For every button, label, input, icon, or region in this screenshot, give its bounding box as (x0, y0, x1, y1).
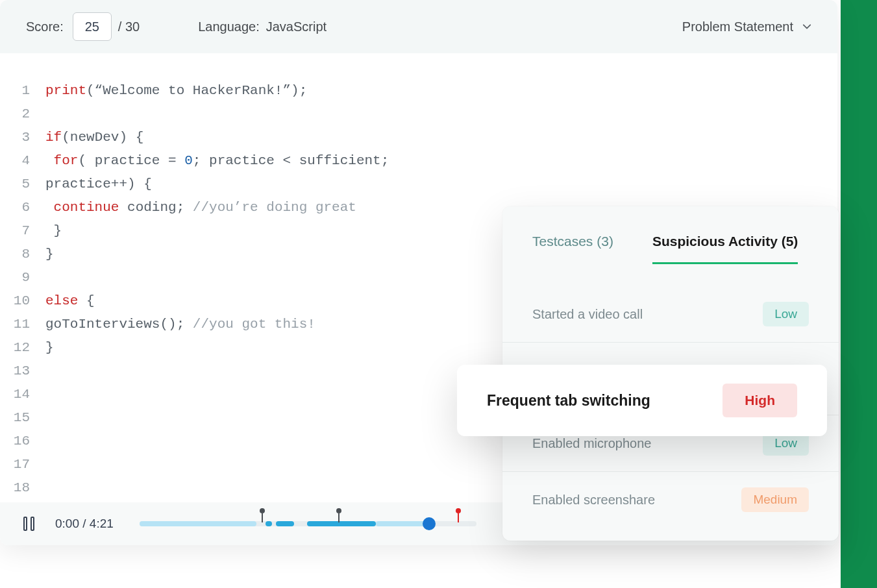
code-content: goToInterviews(); //you got this! (45, 313, 315, 336)
line-number: 2 (0, 103, 45, 126)
timeline-marker[interactable] (262, 513, 263, 522)
line-number: 17 (0, 453, 45, 476)
activity-label: Frequent tab switching (487, 392, 650, 410)
code-content: if(newDev) { (45, 126, 143, 149)
line-number: 13 (0, 360, 45, 383)
line-number: 4 (0, 149, 45, 173)
activity-label: Started a video call (532, 307, 643, 322)
severity-badge-high: High (723, 384, 797, 417)
tab-suspicious-activity[interactable]: Suspicious Activity (5) (652, 234, 798, 264)
header-bar: Score: / 30 Language: JavaScript Problem… (0, 0, 837, 53)
line-number: 3 (0, 126, 45, 149)
tab-testcases[interactable]: Testcases (3) (532, 234, 613, 264)
code-content: continue coding; //you’re doing great (45, 196, 356, 219)
line-number: 16 (0, 430, 45, 453)
language-value: JavaScript (266, 19, 327, 34)
activity-label: Enabled screenshare (532, 493, 655, 508)
timeline-segment (140, 521, 256, 526)
activity-item[interactable]: Started a video callLow (502, 286, 839, 343)
code-content: else { (45, 289, 95, 313)
score-label: Score: (26, 19, 64, 34)
problem-statement-dropdown[interactable]: Problem Statement (682, 19, 811, 34)
time-display: 0:00 / 4:21 (55, 517, 114, 531)
timeline-marker[interactable] (338, 513, 340, 522)
line-number: 18 (0, 476, 45, 500)
timeline-track (140, 521, 476, 526)
severity-badge-medium: Medium (741, 487, 809, 512)
pause-button[interactable] (23, 517, 34, 531)
chevron-down-icon (802, 22, 811, 31)
activity-label: Enabled microphone (532, 436, 651, 451)
code-content: } (45, 219, 62, 243)
line-number: 10 (0, 289, 45, 313)
timeline-segment (266, 521, 272, 526)
score-max: / 30 (118, 19, 140, 34)
panel-tabs: Testcases (3)Suspicious Activity (5) (502, 206, 839, 264)
line-number: 8 (0, 243, 45, 266)
activity-item[interactable]: Enabled screenshareMedium (502, 472, 839, 528)
code-line: 4 for( practice = 0; practice < sufficie… (0, 149, 837, 173)
timeline-marker-alert[interactable] (458, 513, 459, 522)
language-label: Language: (198, 19, 260, 34)
line-number: 5 (0, 173, 45, 196)
code-line: 1print(“Welcome to HackerRank!”); (0, 79, 837, 103)
code-content: print(“Welcome to HackerRank!”); (45, 79, 307, 103)
line-number: 1 (0, 79, 45, 103)
timeline-segment (276, 521, 294, 526)
line-number: 12 (0, 336, 45, 360)
code-content: practice++) { (45, 173, 152, 196)
code-line: 5practice++) { (0, 173, 837, 196)
line-number: 15 (0, 406, 45, 430)
dropdown-label: Problem Statement (682, 19, 793, 34)
timeline-segment (307, 521, 376, 526)
line-number: 14 (0, 383, 45, 406)
severity-badge-low: Low (763, 302, 809, 326)
code-content: for( practice = 0; practice < sufficient… (45, 149, 389, 173)
line-number: 7 (0, 219, 45, 243)
code-line: 3if(newDev) { (0, 126, 837, 149)
playhead[interactable] (423, 517, 436, 530)
line-number: 9 (0, 266, 45, 289)
code-line: 2 (0, 103, 837, 126)
score-input[interactable] (73, 12, 112, 41)
code-content: } (45, 243, 54, 266)
line-number: 6 (0, 196, 45, 219)
activity-item-highlighted[interactable]: Frequent tab switching High (457, 365, 827, 436)
page-edge-decoration (841, 0, 877, 588)
line-number: 11 (0, 313, 45, 336)
code-content: } (45, 336, 54, 360)
